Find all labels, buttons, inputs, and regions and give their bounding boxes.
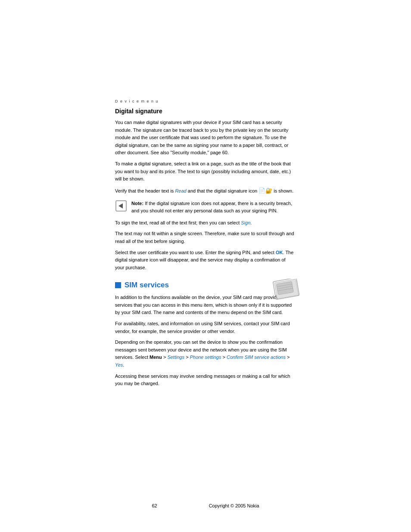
digital-sig-para6: Select the user certificate you want to … bbox=[115, 249, 296, 272]
note-label: Note: bbox=[131, 201, 143, 206]
sim-para3: Depending on the operator, you can set t… bbox=[115, 339, 296, 369]
ok-link[interactable]: OK bbox=[276, 250, 283, 255]
note-arrow-icon bbox=[115, 200, 127, 212]
svg-marker-1 bbox=[118, 203, 123, 208]
sim-title-left: SIM services bbox=[115, 281, 169, 289]
sim-para4: Accessing these services may involve sen… bbox=[115, 373, 296, 388]
note-text: Note: If the digital signature icon does… bbox=[131, 200, 296, 215]
footer: 62 Copyright © 2005 Nokia bbox=[0, 503, 411, 508]
read-link[interactable]: Read bbox=[175, 188, 186, 193]
page: D e v i c e m e n u Digital signature Yo… bbox=[0, 0, 411, 532]
digital-sig-para5: The text may not fit within a single scr… bbox=[115, 230, 296, 245]
digital-sig-para2: To make a digital signature, select a li… bbox=[115, 160, 296, 183]
sim-title-row: SIM services bbox=[115, 281, 296, 289]
digital-sig-para3: Verify that the header text is Read and … bbox=[115, 187, 296, 196]
copyright-text: Copyright © 2005 Nokia bbox=[209, 503, 259, 508]
note-box: Note: If the digital signature icon does… bbox=[115, 200, 296, 215]
digital-sig-para1: You can make digital signatures with you… bbox=[115, 119, 296, 157]
sign-link[interactable]: Sign bbox=[241, 220, 250, 225]
phone-settings-link[interactable]: Phone settings bbox=[190, 355, 221, 360]
main-content: D e v i c e m e n u Digital signature Yo… bbox=[115, 0, 296, 391]
sim-para2: For availability, rates, and information… bbox=[115, 320, 296, 335]
confirm-sim-link[interactable]: Confirm SIM service actions bbox=[227, 355, 286, 360]
settings-link[interactable]: Settings bbox=[167, 355, 184, 360]
page-number: 62 bbox=[152, 503, 157, 508]
digital-sig-para4: To sign the text, read all of the text f… bbox=[115, 219, 296, 227]
digital-signature-icon: 📄🔐 bbox=[258, 187, 272, 194]
digital-signature-title: Digital signature bbox=[115, 108, 296, 115]
menu-link: Menu bbox=[149, 355, 162, 360]
yes-link[interactable]: Yes bbox=[115, 362, 123, 367]
sim-services-title: SIM services bbox=[125, 281, 169, 289]
section-label: D e v i c e m e n u bbox=[115, 99, 296, 103]
sim-para1: In addition to the functions available o… bbox=[115, 294, 296, 317]
blue-square-icon bbox=[115, 282, 121, 288]
sim-services-section: SIM services In addition to the function… bbox=[115, 281, 296, 388]
sim-card-image bbox=[272, 279, 300, 300]
